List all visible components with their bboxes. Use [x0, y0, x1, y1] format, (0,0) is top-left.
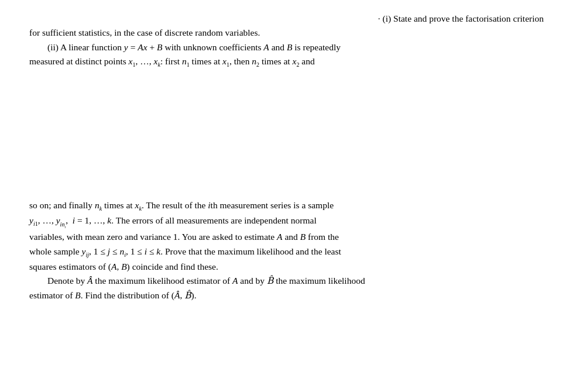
line-9: squares estimators of (A, B) coincide an…	[29, 260, 544, 274]
line-6: yi1, …, yini, i = 1, …, k. The errors of…	[29, 214, 544, 230]
line-2: for sufficient statistics, in the case o…	[29, 26, 544, 40]
content-area: · (i) State and prove the factorisation …	[29, 12, 544, 302]
line-11: estimator of B. Find the distribution of…	[29, 288, 544, 302]
line-8: whole sample yij, 1 ≤ j ≤ ni, 1 ≤ i ≤ k.…	[29, 245, 544, 260]
blank-spacer	[29, 70, 544, 198]
line-1-right: · (i) State and prove the factorisation …	[29, 12, 544, 26]
line-10: Denote by Â the maximum likelihood estim…	[29, 274, 544, 288]
line-5: so on; and finally nk times at xk. The r…	[29, 198, 544, 214]
line-3: (ii) A linear function y = Ax + B with u…	[29, 40, 544, 54]
line-7: variables, with mean zero and variance 1…	[29, 230, 544, 244]
line-4: measured at distinct points x1, …, xk: f…	[29, 54, 544, 70]
